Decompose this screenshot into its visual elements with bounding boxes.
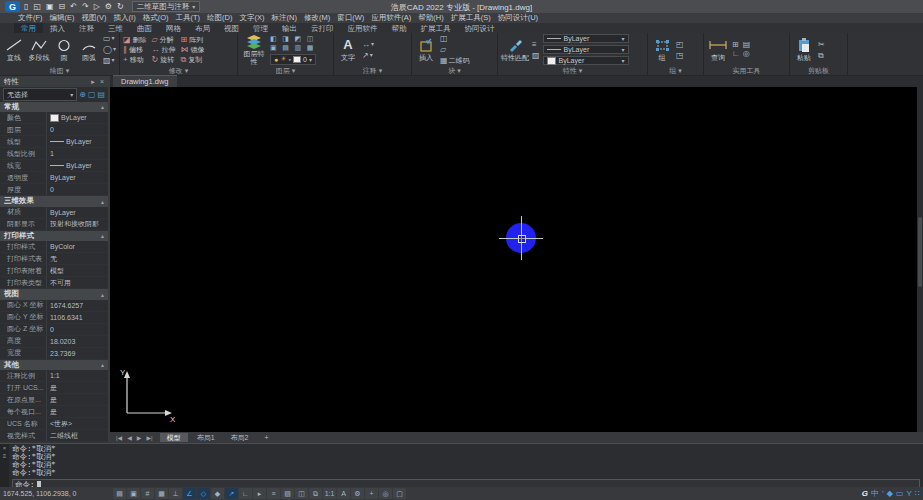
menu-item[interactable]: 协同设计(U) [498,13,538,23]
ribbon-tab[interactable]: 布局 [188,23,217,33]
ribbon-tab[interactable]: 管理 [246,23,275,33]
layer-dropdown[interactable]: ● ☀ ▪ 0 ▾ [270,54,316,65]
ime-keyboard-icon[interactable]: ▭ [896,488,904,499]
grid-display-icon[interactable]: ▦ [155,488,168,499]
stretch-button[interactable]: ↔拉伸 [152,45,176,54]
calculator-button[interactable]: ⊞ [732,41,740,49]
create-block-button[interactable]: ◫ [440,34,470,43]
linear-dimension-button[interactable]: ↔▾ [362,40,374,49]
menu-item[interactable]: 编辑(E) [50,13,75,23]
properties-panel-title[interactable]: 特性 ▾ [498,66,647,75]
menu-item[interactable]: 应用软件(A) [371,13,411,23]
settings-icon[interactable]: ⚙ [105,1,112,12]
insert-block-button[interactable]: 插入 [415,38,437,62]
property-value[interactable]: 是 [46,394,108,405]
menu-item[interactable]: 文字(X) [240,13,265,23]
explode-button[interactable]: ▱分解 [152,35,176,44]
rectangle-button[interactable]: ▭▾ [103,34,116,43]
fullscreen-icon[interactable]: ▢ [393,488,406,499]
line-button[interactable]: 直线 [3,38,25,62]
annotation-monitor-icon[interactable]: + [365,488,378,499]
mirror-button[interactable]: ⋈镜像 [181,45,205,54]
property-value[interactable]: ByLayer [46,207,108,218]
isolate-objects-icon[interactable]: ◎ [379,488,392,499]
document-tab[interactable]: Drawing1.dwg [113,75,177,87]
redo-icon[interactable]: ↷ [82,1,89,12]
layer-lock-icon[interactable]: ◩ [294,35,303,43]
workspace-switch-icon[interactable]: ⚙ [351,488,364,499]
qr-code-button[interactable]: ▦ 二维码 [440,56,470,65]
polyline-button[interactable]: 多段线 [28,38,50,62]
group-button[interactable]: 组 [651,38,673,62]
dynamic-ucs-icon[interactable]: ∟ [239,488,252,499]
draw-panel-title[interactable]: 绘图 ▾ [0,66,119,75]
text-button[interactable]: A 文字 [337,38,359,62]
ortho-mode-icon[interactable]: ⊥ [169,488,182,499]
property-value[interactable]: 二维线框 [46,430,108,441]
annotation-scale-icon[interactable]: 1:1 [323,488,336,499]
ribbon-tab[interactable]: 视图 [217,23,246,33]
menu-item[interactable]: 绘图(D) [207,13,232,23]
annotate-panel-title[interactable]: 注释 ▾ [334,66,411,75]
section-header-plot[interactable]: 打印样式▴ [0,231,108,241]
property-value[interactable]: 0 [46,184,108,195]
arc-button[interactable]: 圆弧 [78,38,100,62]
color-dropdown[interactable]: ByLayer ▾ [543,56,629,65]
measure-button[interactable]: 查询 [707,38,729,62]
ribbon-tab[interactable]: 云打印 [304,23,341,33]
lineweight-dropdown[interactable]: ByLayer ▾ [543,45,629,54]
ellipse-button[interactable]: ◯▾ [103,45,116,54]
offset-button[interactable]: ∥偏移 [123,45,147,54]
property-value[interactable]: ByLayer [46,136,108,147]
layout-tab[interactable]: 布局1 [190,433,222,442]
ribbon-tab[interactable]: 曲面 [130,23,159,33]
array-button[interactable]: ⊞阵列 [181,35,205,44]
layer-merge-icon[interactable]: ▦ [307,44,316,52]
property-value[interactable]: 是 [46,406,108,417]
ime-toolbox-icon[interactable]: ∷ [915,488,920,499]
refresh-icon[interactable]: ↻ [117,1,124,12]
property-value[interactable]: 18.0203 [46,336,108,347]
leader-button[interactable]: ↗▾ [362,51,374,60]
ime-language-icon[interactable]: 中 [871,488,879,499]
layers-panel-title[interactable]: 图层 ▾ [238,66,333,75]
workspace-select[interactable]: 二维草图与注释 ▾ [132,1,201,12]
3d-object-snap-icon[interactable]: ◆ [211,488,224,499]
new-file-icon[interactable]: ▯ [24,1,28,12]
quick-properties-icon[interactable]: ◫ [295,488,308,499]
property-value[interactable]: ByLayer [46,160,108,171]
quick-select-icon[interactable]: ▤ [97,89,105,100]
last-layout-icon[interactable]: ▶| [144,434,154,441]
rotate-button[interactable]: ↻旋转 [152,55,176,64]
layer-match-icon[interactable]: ▣ [270,44,279,52]
clipboard-panel-title[interactable]: 剪贴板 [790,66,847,75]
copy-button[interactable]: ⧉复制 [181,55,205,64]
layout-tab[interactable]: 布局2 [224,433,256,442]
ribbon-tab[interactable]: 扩展工具 [414,23,458,33]
menu-item[interactable]: 视图(V) [82,13,107,23]
prev-layout-icon[interactable]: ◀ [125,434,134,441]
ribbon-tab[interactable]: 注释 [72,23,101,33]
property-value[interactable]: 投射和接收阴影 [46,219,108,230]
snap-mode-icon[interactable]: # [141,488,154,499]
ribbon-tab[interactable]: 常用 [14,23,43,33]
lineweight-icon[interactable]: ≡ [267,488,280,499]
gstar-assistant-icon[interactable]: G [862,488,868,499]
menu-item[interactable]: 扩展工具(S) [451,13,491,23]
vertical-scrollbar[interactable] [917,87,923,432]
group-panel-title[interactable]: 组 ▾ [648,66,703,75]
property-value[interactable]: ByLayer [46,172,108,183]
ribbon-tab[interactable]: 输出 [275,23,304,33]
ribbon-tab[interactable]: 网格 [159,23,188,33]
property-value[interactable]: 不可用 [46,277,108,288]
hatch-button[interactable]: ▨▾ [103,56,116,65]
measure-angle-button[interactable]: ∟ [732,50,740,58]
edit-block-button[interactable]: ▱ [440,45,470,54]
layout-tab[interactable]: 模型 [160,433,188,442]
property-value[interactable]: 23.7369 [46,348,108,359]
ribbon-tab[interactable]: 帮助 [385,23,414,33]
id-point-button[interactable]: ◎ [743,50,751,58]
open-file-icon[interactable]: ◱ [33,1,41,12]
property-value[interactable]: 1106.6341 [46,312,108,323]
property-value[interactable]: 是 [46,382,108,393]
